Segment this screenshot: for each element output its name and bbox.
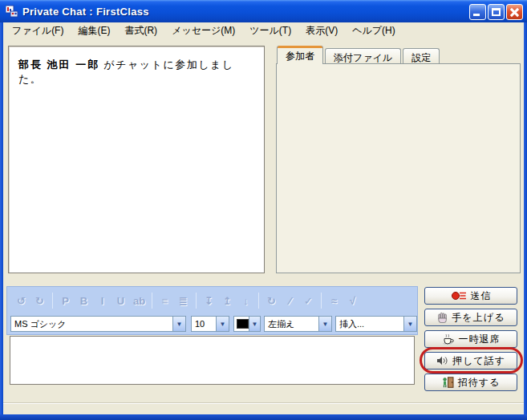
- chevron-down-icon[interactable]: ▼: [403, 317, 416, 331]
- push-to-talk-button[interactable]: 押して話す: [424, 352, 517, 370]
- drop-marker-icon: ↓: [237, 295, 255, 307]
- signature-icon: ≈: [325, 295, 343, 307]
- redo-icon: ↻: [30, 295, 49, 307]
- hand-icon: [437, 312, 448, 323]
- menu-message[interactable]: メッセージ(M): [164, 22, 242, 39]
- bottom-divider: [3, 402, 524, 404]
- window-border-left: [0, 22, 3, 414]
- titlebar: Private Chat : FirstClass: [0, 0, 527, 22]
- indent-increase-icon: ↥: [218, 295, 237, 307]
- menu-format[interactable]: 書式(R): [117, 22, 164, 39]
- menu-help[interactable]: ヘルプ(H): [345, 22, 403, 39]
- raise-hand-button[interactable]: 手を上げる: [424, 309, 517, 326]
- numbered-list-icon: ≣: [174, 295, 193, 307]
- font-size-select[interactable]: 10 ▼: [191, 316, 229, 332]
- app-icon: [6, 5, 18, 18]
- participants-tab-panel: [276, 63, 521, 273]
- step-away-button[interactable]: 一時退席: [424, 330, 517, 348]
- maximize-icon: [492, 8, 501, 16]
- menu-file[interactable]: ファイル(F): [5, 22, 71, 39]
- speaker-icon: [436, 356, 448, 365]
- tab-attachments[interactable]: 添付ファイル: [325, 48, 401, 64]
- chevron-down-icon[interactable]: ▼: [318, 317, 331, 331]
- indent-decrease-icon: ↧: [200, 295, 218, 307]
- minimize-icon: [473, 14, 480, 16]
- alignment-select[interactable]: 左揃え ▼: [264, 316, 332, 332]
- font-select[interactable]: MS ゴシック ▼: [10, 316, 186, 332]
- private-chat-window: Private Chat : FirstClass ファイル(F) 編集(E) …: [0, 0, 527, 420]
- window-title: Private Chat : FirstClass: [22, 6, 149, 18]
- underline-icon: U: [111, 295, 130, 307]
- message-input[interactable]: [10, 336, 415, 385]
- menu-view[interactable]: 表示(V): [298, 22, 345, 39]
- invite-button[interactable]: 招待する: [424, 374, 517, 391]
- chevron-down-icon[interactable]: ▼: [249, 317, 260, 331]
- format-toolbar: ↺ ↻ P B I U ab ≡ ≣ ↧ ↥ ↓ ↻ ∕ ✓ ≈ √ MS ゴシ…: [6, 286, 418, 335]
- chevron-down-icon[interactable]: ▼: [216, 317, 229, 331]
- paragraph-icon: P: [56, 295, 75, 307]
- italic-icon: I: [93, 295, 111, 307]
- minimize-button[interactable]: [469, 4, 486, 20]
- subscript-icon: ab: [130, 295, 148, 307]
- chevron-down-icon[interactable]: ▼: [172, 317, 185, 331]
- coffee-cup-icon: [442, 333, 455, 345]
- send-button[interactable]: 送信: [424, 287, 517, 305]
- menu-edit[interactable]: 編集(E): [71, 22, 117, 39]
- window-border-right: [524, 22, 527, 414]
- spellcheck-icon: √: [343, 295, 362, 307]
- menu-tools[interactable]: ツール(T): [242, 22, 298, 39]
- pen-check-icon: ✓: [299, 295, 318, 307]
- bold-icon: B: [75, 295, 93, 307]
- tab-settings[interactable]: 設定: [403, 48, 440, 64]
- undo-icon: ↺: [12, 295, 30, 307]
- chat-transcript[interactable]: 部長 池田 一郎 がチャットに参加しました。: [8, 46, 265, 273]
- bullet-list-icon: ≡: [156, 295, 174, 307]
- menu-bar: ファイル(F) 編集(E) 書式(R) メッセージ(M) ツール(T) 表示(V…: [3, 22, 524, 38]
- send-comet-icon: [451, 290, 467, 301]
- format-combo-row: MS ゴシック ▼ 10 ▼ ▼ 左揃え ▼ 挿入... ▼: [7, 316, 419, 333]
- tab-bar: 参加者 添付ファイル 設定: [277, 46, 441, 64]
- pen-icon: ∕: [281, 295, 299, 307]
- font-color-select[interactable]: ▼: [233, 316, 261, 332]
- maximize-button[interactable]: [488, 4, 505, 20]
- insert-select[interactable]: 挿入... ▼: [335, 316, 417, 332]
- color-swatch: [237, 319, 249, 329]
- transcript-participant-name: 部長 池田 一郎: [18, 59, 99, 71]
- window-border-bottom: [0, 414, 527, 420]
- rotate-icon: ↻: [262, 295, 281, 307]
- invite-door-icon: [442, 377, 454, 388]
- close-button[interactable]: [506, 4, 523, 20]
- format-icon-row: ↺ ↻ P B I U ab ≡ ≣ ↧ ↥ ↓ ↻ ∕ ✓ ≈ √: [12, 289, 362, 312]
- tab-participants[interactable]: 参加者: [277, 46, 323, 64]
